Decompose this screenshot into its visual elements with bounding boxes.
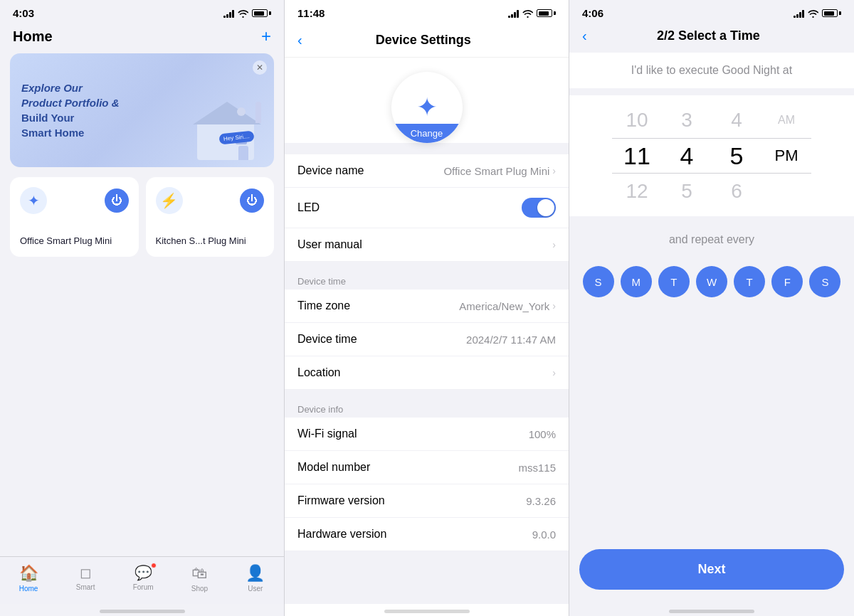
power-button-1[interactable]: ⏻: [105, 188, 129, 213]
device-icon-circle: ✦ Change: [391, 72, 463, 143]
battery-icon-3: [822, 9, 841, 17]
settings-row-device-name[interactable]: Device name Office Smart Plug Mini ›: [285, 154, 569, 188]
forum-nav-icon: 💬: [135, 564, 152, 581]
location-label: Location: [297, 366, 341, 379]
day-sunday[interactable]: S: [583, 266, 614, 297]
hour-column[interactable]: 10 11 12: [612, 102, 662, 209]
timezone-value: America/New_York ›: [459, 300, 556, 312]
device-fan-icon-large: ✦: [416, 92, 438, 122]
device-card-2[interactable]: ⚡ ⏻ Kitchen S...t Plug Mini: [146, 177, 275, 257]
device-card-1[interactable]: ✦ ⏻ Office Smart Plug Mini: [10, 177, 139, 257]
model-label: Model number: [297, 461, 370, 474]
minute-column[interactable]: 3 4 5: [662, 102, 712, 209]
settings-row-wifi: Wi-Fi signal 100%: [285, 418, 569, 451]
home-header: Home +: [0, 23, 284, 53]
settings-row-led[interactable]: LED: [285, 188, 569, 228]
day-thursday[interactable]: T: [734, 266, 765, 297]
home-indicator-1: [100, 610, 185, 613]
toggle-knob: [537, 199, 554, 216]
repeat-label: and repeat every: [569, 223, 854, 256]
next-area: Next: [569, 307, 854, 604]
period-column[interactable]: AM PM: [761, 102, 811, 209]
shop-nav-label: Shop: [191, 585, 208, 593]
hour-10: 10: [612, 102, 662, 138]
home-nav-icon: 🏠: [19, 564, 38, 583]
time-1: 4:03: [13, 7, 34, 19]
settings-row-timezone[interactable]: Time zone America/New_York ›: [285, 290, 569, 323]
time-picker[interactable]: 10 11 12 3 4 5 4 5 6 AM PM: [612, 102, 811, 209]
status-bar-2: 11:48: [285, 0, 569, 23]
nav-home[interactable]: 🏠 Home: [19, 564, 38, 593]
time-3: 4:06: [582, 7, 603, 19]
day-saturday[interactable]: S: [809, 266, 840, 297]
wifi-icon-2: [522, 9, 533, 18]
nav-forum[interactable]: 💬 Forum: [133, 564, 154, 593]
hour-12: 12: [612, 174, 662, 209]
chevron-icon-3: ›: [552, 300, 556, 312]
device-name-1: Office Smart Plug Mini: [20, 235, 129, 247]
day-buttons: S M T W T F S: [569, 256, 854, 307]
device-card-top-1: ✦ ⏻: [20, 187, 129, 214]
settings-row-firmware: Firmware version 9.3.26: [285, 484, 569, 518]
battery-icon-2: [537, 9, 556, 17]
home-indicator-3: [669, 610, 754, 613]
back-button-2[interactable]: ‹: [297, 31, 308, 50]
add-button[interactable]: +: [261, 26, 271, 46]
select-time-panel: 4:06 ‹ 2/2 Select a Time I'd like t: [569, 0, 854, 616]
nav-smart[interactable]: ◻ Smart: [76, 564, 95, 593]
nav-shop[interactable]: 🛍 Shop: [191, 564, 208, 593]
location-value: ›: [552, 367, 556, 378]
minute-5: 5: [662, 174, 712, 209]
led-label: LED: [297, 201, 320, 214]
device-time-section-label: Device time: [285, 270, 569, 290]
minute-3: 3: [662, 102, 712, 138]
status-bar-1: 4:03: [0, 0, 284, 23]
second-column[interactable]: 4 5 6: [712, 102, 761, 209]
second-4: 4: [712, 102, 761, 138]
home-nav-label: Home: [19, 585, 38, 593]
timezone-label: Time zone: [297, 299, 350, 312]
home-indicator-2: [384, 610, 470, 613]
led-toggle[interactable]: [522, 198, 556, 218]
firmware-label: Firmware version: [297, 494, 385, 507]
day-monday[interactable]: M: [621, 266, 652, 297]
change-button[interactable]: Change: [391, 124, 463, 143]
chevron-icon-2: ›: [552, 239, 556, 250]
period-am: AM: [761, 102, 811, 138]
nav-user[interactable]: 👤 User: [246, 564, 265, 593]
day-friday[interactable]: F: [771, 266, 803, 297]
day-tuesday[interactable]: T: [658, 266, 690, 297]
battery-icon-1: [252, 9, 271, 17]
wifi-value: 100%: [529, 428, 556, 440]
status-icons-3: [794, 9, 841, 18]
settings-row-location[interactable]: Location ›: [285, 356, 569, 390]
signal-icon-3: [794, 9, 804, 18]
time-prompt: I'd like to execute Good Night at: [569, 53, 854, 88]
home-panel: 4:03 Home + ✕ Explore Ou: [0, 0, 285, 616]
power-button-2[interactable]: ⏻: [240, 188, 264, 213]
device-time-section: Device time Time zone America/New_York ›…: [285, 270, 569, 390]
time-select-header: ‹ 2/2 Select a Time: [569, 23, 854, 53]
plug-icon-1: ⚡: [156, 187, 183, 214]
second-6: 6: [712, 174, 761, 209]
settings-row-hardware: Hardware version 9.0.0: [285, 518, 569, 551]
user-nav-label: User: [248, 585, 263, 593]
device-time-label: Device time: [297, 333, 357, 346]
smart-nav-label: Smart: [76, 583, 95, 591]
banner-close-button[interactable]: ✕: [253, 60, 267, 75]
back-button-3[interactable]: ‹: [582, 26, 593, 46]
settings-row-manual[interactable]: User manual ›: [285, 228, 569, 262]
promo-banner: ✕ Explore Our Product Portfolio & Build …: [10, 53, 274, 167]
next-button[interactable]: Next: [579, 549, 844, 590]
time-2: 11:48: [297, 7, 325, 19]
time-picker-container[interactable]: 10 11 12 3 4 5 4 5 6 AM PM: [569, 95, 854, 216]
status-bar-3: 4:06: [569, 0, 854, 23]
device-info-section: Device info Wi-Fi signal 100% Model numb…: [285, 398, 569, 551]
second-5: 5: [712, 138, 761, 174]
day-wednesday[interactable]: W: [696, 266, 727, 297]
settings-body: Device name Office Smart Plug Mini › LED…: [285, 143, 569, 604]
model-value: mss115: [518, 462, 556, 474]
period-empty: [761, 174, 811, 209]
device-settings-header: ‹ Device Settings: [285, 23, 569, 58]
device-name-label: Device name: [297, 164, 364, 177]
